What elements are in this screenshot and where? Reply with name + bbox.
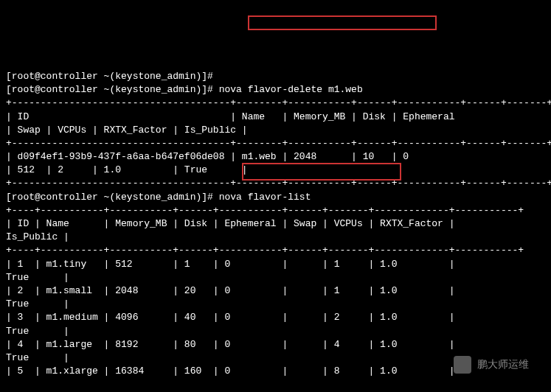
table-header-row1: | ID | Name | Memory_MB | Disk | Ephemer… bbox=[6, 218, 460, 229]
watermark: 鹏大师运维 bbox=[454, 356, 529, 374]
table-header-row1: | ID | Name | Memory_MB | Disk | Ephemer… bbox=[6, 111, 455, 122]
table-separator: +--------------------------------------+… bbox=[6, 97, 551, 108]
table-header-row2: Is_Public | bbox=[6, 231, 69, 242]
table-separator: +----+-----------+-----------+------+---… bbox=[6, 205, 524, 216]
prompt-line: [root@controller ~(keystone_admin)]# bbox=[6, 71, 213, 82]
table-row: True | bbox=[6, 272, 69, 283]
terminal-output: [root@controller ~(keystone_admin)]# [ro… bbox=[0, 54, 551, 382]
table-separator: +----+-----------+-----------+------+---… bbox=[6, 245, 524, 256]
table-row: True | bbox=[6, 326, 69, 337]
table-row: | 4 | m1.large | 8192 | 80 | 0 | | 4 | 1… bbox=[6, 339, 460, 350]
wechat-icon bbox=[454, 356, 471, 374]
prompt-prefix: [root@controller ~(keystone_admin)]# bbox=[6, 84, 219, 95]
table-row: | 3 | m1.medium | 4096 | 40 | 0 | | 2 | … bbox=[6, 312, 460, 323]
table-row: | 512 | 2 | 1.0 | True | bbox=[6, 164, 248, 175]
table-row: | 2 | m1.small | 2048 | 20 | 0 | | 1 | 1… bbox=[6, 285, 460, 296]
table-row: True | bbox=[6, 298, 69, 309]
highlight-box-delete bbox=[248, 15, 437, 30]
table-row: | 5 | m1.xlarge | 16384 | 160 | 0 | | 8 … bbox=[6, 365, 460, 377]
command-list: nova flavor-list bbox=[219, 192, 311, 203]
table-row: | 1 | m1.tiny | 512 | 1 | 0 | | 1 | 1.0 … bbox=[6, 259, 460, 270]
prompt-prefix: [root@controller ~(keystone_admin)]# bbox=[6, 192, 219, 203]
table-header-row2: | Swap | VCPUs | RXTX_Factor | Is_Public… bbox=[6, 125, 248, 136]
command-delete: nova flavor-delete m1.web bbox=[219, 84, 363, 95]
table-row: | d09f4ef1-93b9-437f-a6aa-b647ef06de08 |… bbox=[6, 151, 455, 162]
table-separator: +--------------------------------------+… bbox=[6, 138, 551, 149]
table-separator: +--------------------------------------+… bbox=[6, 178, 551, 189]
table-row: True | bbox=[6, 352, 69, 363]
watermark-text: 鹏大师运维 bbox=[477, 357, 529, 372]
